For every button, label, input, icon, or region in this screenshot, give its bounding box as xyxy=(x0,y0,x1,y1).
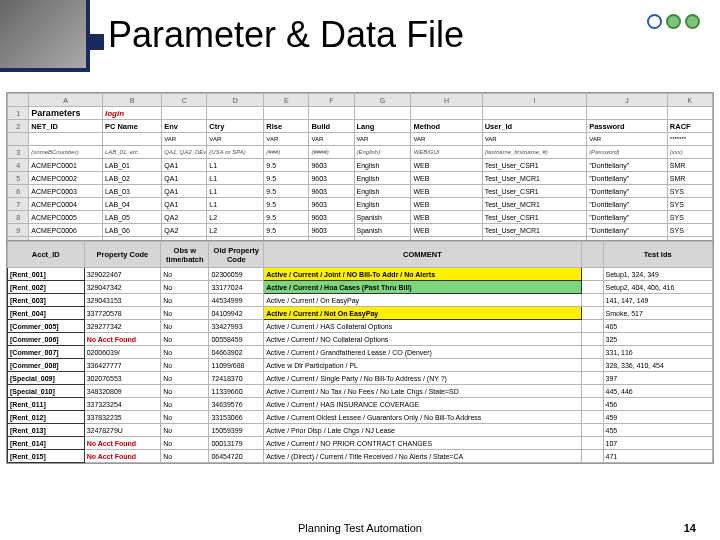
table-row: [Rent_013]32478279UNo15059399Active / Pr… xyxy=(8,424,713,437)
data-cell: LAB_04 xyxy=(102,198,161,211)
test-ids: 328, 336, 410, 454 xyxy=(603,359,713,372)
test-ids: Smoke, 517 xyxy=(603,307,713,320)
comment-cell: Active / Current / NO PRIOR CONTRACT CHA… xyxy=(264,437,581,450)
table-row: [Rent_012]337832235No33153066Active / Cu… xyxy=(8,411,713,424)
parameters-table: ABCDEFGHIJK1Parameterslogin2NET_IDPC Nam… xyxy=(7,93,713,250)
data-cell: QA1 xyxy=(162,159,207,172)
old-code: 33177024 xyxy=(209,281,264,294)
var-desc: (###) xyxy=(264,146,309,159)
var-tag: VAR xyxy=(482,133,586,146)
table-row: [Commer_005]329277342No33427993Active / … xyxy=(8,320,713,333)
comment-cell: Active / Prior Dlsp / Late Chgs / NJ Lea… xyxy=(264,424,581,437)
col-letter: A xyxy=(29,94,103,107)
column-header: Ctry xyxy=(207,120,264,133)
acct-id: [Commer_005] xyxy=(8,320,85,333)
table-row: [Rent_011]337323254No34639576Active / Cu… xyxy=(8,398,713,411)
test-ids: 397 xyxy=(603,372,713,385)
col-letter: J xyxy=(587,94,668,107)
data-cell: SYS xyxy=(667,185,712,198)
data-cell: 9.5 xyxy=(264,211,309,224)
old-code: 33427993 xyxy=(209,320,264,333)
var-desc: (USA or SPA) xyxy=(207,146,264,159)
comment-cell: Active w Dlr Participation / PL xyxy=(264,359,581,372)
footer-text: Planning Test Automation xyxy=(298,522,422,534)
data-cell: QA2 xyxy=(162,211,207,224)
comment-cell: Active / Current / HAS Collateral Option… xyxy=(264,320,581,333)
obs-cell: No xyxy=(161,424,209,437)
property-code: 337720578 xyxy=(84,307,161,320)
data-cell: ACMEPC0005 xyxy=(29,211,103,224)
data-cell: 9603 xyxy=(309,198,354,211)
old-code: 00558459 xyxy=(209,333,264,346)
var-tag: VAR xyxy=(264,133,309,146)
obs-cell: No xyxy=(161,268,209,281)
data-cell: WEB xyxy=(411,159,482,172)
comment-cell: Active / Current / HAS INSURANCE COVERAG… xyxy=(264,398,581,411)
corner-decoration xyxy=(0,0,90,72)
data-cell: "Donttellany" xyxy=(587,224,668,237)
data-cell: 9603 xyxy=(309,224,354,237)
table-row: [Rent_014]No Acct FoundNo00013179Active … xyxy=(8,437,713,450)
old-code: 11339660 xyxy=(209,385,264,398)
property-code: 02006039/ xyxy=(84,346,161,359)
acct-id: [Rent_015] xyxy=(8,450,85,463)
slide-title: Parameter & Data File xyxy=(108,14,464,56)
data-cell: WEB xyxy=(411,224,482,237)
column-header: Method xyxy=(411,120,482,133)
table-row: [Special_010]348320809No11339660Active /… xyxy=(8,385,713,398)
test-ids: 471 xyxy=(603,450,713,463)
var-desc: (someBCnumber) xyxy=(29,146,103,159)
property-code: 337323254 xyxy=(84,398,161,411)
table-row: [Commer_006]No Acct FoundNo00558459Activ… xyxy=(8,333,713,346)
var-tag xyxy=(102,133,161,146)
comment-cell: Active / Current / NO Collateral Options xyxy=(264,333,581,346)
test-ids: Setup2, 404, 406, 416 xyxy=(603,281,713,294)
comment-cell: Active / Current / Hoa Cases (Past Thru … xyxy=(264,281,581,294)
column-header: RACF xyxy=(667,120,712,133)
old-code: 11099/688 xyxy=(209,359,264,372)
test-ids: 455 xyxy=(603,424,713,437)
data-cell: QA1 xyxy=(162,172,207,185)
data-cell: SMR xyxy=(667,172,712,185)
property-code: 32478279U xyxy=(84,424,161,437)
data-cell: ACMEPC0006 xyxy=(29,224,103,237)
old-code: 72418370 xyxy=(209,372,264,385)
var-desc: (Password) xyxy=(587,146,668,159)
var-desc: LAB_01, etc. xyxy=(102,146,161,159)
navy-accent xyxy=(90,34,104,50)
old-code: 04109942 xyxy=(209,307,264,320)
data-cell: English xyxy=(354,159,411,172)
var-desc: (xxx) xyxy=(667,146,712,159)
property-code: 329043153 xyxy=(84,294,161,307)
property-code: 348320809 xyxy=(84,385,161,398)
data-cell: English xyxy=(354,172,411,185)
data-cell: LAB_03 xyxy=(102,185,161,198)
column-header: Acct_ID xyxy=(8,242,85,268)
data-cell: QA1 xyxy=(162,185,207,198)
col-letter: K xyxy=(667,94,712,107)
login-label: login xyxy=(102,107,161,120)
column-header: Old Property Code xyxy=(209,242,264,268)
data-cell: LAB_01 xyxy=(102,159,161,172)
column-header: Rlse xyxy=(264,120,309,133)
data-cell: Test_User_CSR1 xyxy=(482,185,586,198)
data-cell: L2 xyxy=(207,224,264,237)
column-header: Lang xyxy=(354,120,411,133)
obs-cell: No xyxy=(161,372,209,385)
data-cell: 9603 xyxy=(309,211,354,224)
property-code: 337832235 xyxy=(84,411,161,424)
acct-id: [Commer_007] xyxy=(8,346,85,359)
data-cell: English xyxy=(354,185,411,198)
col-letter: H xyxy=(411,94,482,107)
col-letter: F xyxy=(309,94,354,107)
test-ids: 325 xyxy=(603,333,713,346)
var-tag: VAR xyxy=(411,133,482,146)
data-cell: 9.5 xyxy=(264,185,309,198)
var-desc: (lastname_firstname_#) xyxy=(482,146,586,159)
acct-id: [Rent_004] xyxy=(8,307,85,320)
data-cell: 9.5 xyxy=(264,159,309,172)
acct-id: [Rent_002] xyxy=(8,281,85,294)
comment-cell: Active / Current / On EasyPay xyxy=(264,294,581,307)
column-header: Password xyxy=(587,120,668,133)
col-letter: D xyxy=(207,94,264,107)
